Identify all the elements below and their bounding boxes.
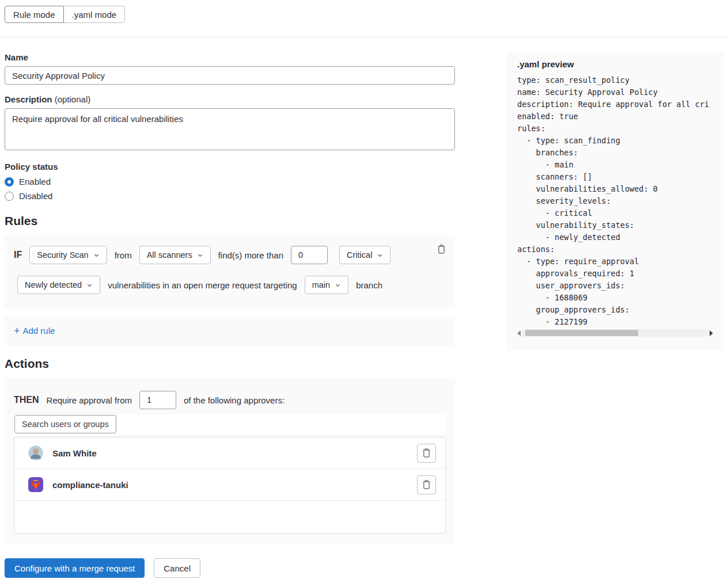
scanners-dropdown[interactable]: All scanners [139, 246, 211, 264]
description-input[interactable]: Require approval for all critical vulner… [5, 108, 455, 150]
remove-approver-button[interactable] [417, 475, 436, 494]
chevron-down-icon [197, 252, 203, 258]
description-label-text: Description [5, 94, 52, 104]
header-divider [0, 37, 728, 37]
tab-rule-mode[interactable]: Rule mode [5, 6, 64, 23]
trash-icon [422, 479, 431, 490]
user-avatar [28, 445, 43, 460]
branch-dropdown[interactable]: main [305, 276, 348, 294]
add-rule-strip: + Add rule [5, 316, 455, 345]
add-rule-label: Add rule [23, 326, 55, 336]
radio-enabled-dot[interactable] [5, 177, 14, 186]
approvals-required-input[interactable] [139, 391, 176, 409]
radio-enabled-label: Enabled [19, 177, 51, 186]
approver-row: Sam White [14, 437, 445, 469]
approver-search-input[interactable]: Search users or groups [14, 415, 116, 433]
yaml-preview-title: .yaml preview [517, 59, 713, 69]
yaml-preview-panel: .yaml preview type: scan_result_policy n… [507, 52, 723, 351]
policy-editor-page: Rule mode .yaml mode Name Description (o… [0, 0, 728, 578]
name-label: Name [5, 52, 455, 62]
scrollbar-track[interactable] [522, 329, 708, 337]
approver-row: compliance-tanuki [14, 469, 445, 501]
scanners-value: All scanners [147, 250, 192, 260]
scan-type-value: Security Scan [37, 250, 88, 260]
rules-heading: Rules [5, 214, 455, 228]
approver-search-strip: Search users or groups [14, 414, 446, 434]
severity-value: Critical [347, 250, 372, 260]
branch-value: main [312, 280, 330, 290]
chevron-down-icon [86, 282, 93, 288]
vulnerability-state-dropdown[interactable]: Newly detected [17, 276, 100, 294]
targeting-label: vulnerabilities in an open merge request… [108, 280, 297, 290]
yaml-horizontal-scrollbar[interactable] [517, 329, 713, 337]
remove-approver-button[interactable] [417, 444, 436, 463]
require-approval-label: Require approval from [47, 395, 132, 405]
scrollbar-left-arrow-icon[interactable] [517, 330, 521, 336]
policy-status-label: Policy status [5, 162, 455, 172]
group-avatar [28, 477, 43, 492]
vulnerability-state-value: Newly detected [25, 280, 82, 290]
actions-heading: Actions [5, 357, 455, 371]
then-keyword: THEN [14, 395, 39, 405]
plus-icon: + [14, 326, 20, 336]
scan-type-dropdown[interactable]: Security Scan [29, 246, 107, 264]
approvers-list: Sam White [14, 437, 446, 534]
radio-disabled[interactable]: Disabled [5, 191, 455, 201]
delete-rule-button[interactable] [432, 240, 450, 258]
name-input[interactable] [5, 66, 455, 85]
form-footer: Configure with a merge request Cancel [5, 558, 455, 578]
if-keyword: IF [14, 250, 22, 260]
actions-card: THEN Require approval from of the follow… [5, 378, 455, 543]
configure-merge-request-button[interactable]: Configure with a merge request [5, 558, 145, 578]
add-rule-button[interactable]: + Add rule [14, 326, 55, 336]
radio-disabled-dot[interactable] [5, 192, 14, 201]
from-label: from [115, 250, 132, 260]
cancel-button[interactable]: Cancel [154, 558, 200, 578]
description-label: Description (optional) [5, 94, 455, 104]
yaml-preview-code: type: scan_result_policy name: Security … [517, 74, 713, 328]
chevron-down-icon [93, 252, 100, 258]
rule-card: IF Security Scan from All scanners find(… [5, 235, 455, 308]
radio-disabled-label: Disabled [19, 191, 52, 201]
trash-icon [422, 448, 431, 458]
scrollbar-right-arrow-icon[interactable] [710, 330, 713, 336]
vulnerabilities-allowed-input[interactable] [291, 246, 328, 264]
trash-icon [437, 244, 446, 254]
severity-dropdown[interactable]: Critical [339, 246, 390, 264]
policy-form: Name Description (optional) Require appr… [5, 52, 455, 578]
chevron-down-icon [335, 282, 341, 288]
approver-name: Sam White [52, 448, 417, 458]
finds-label: find(s) more than [218, 250, 283, 260]
description-optional-hint: (optional) [55, 94, 91, 104]
approver-name: compliance-tanuki [52, 480, 417, 490]
approvers-suffix-label: of the following approvers: [184, 395, 285, 405]
branch-suffix-label: branch [356, 280, 382, 290]
chevron-down-icon [377, 252, 383, 258]
tab-yaml-mode[interactable]: .yaml mode [63, 6, 126, 23]
mode-tab-group: Rule mode .yaml mode [5, 6, 125, 23]
radio-enabled[interactable]: Enabled [5, 177, 455, 186]
scrollbar-thumb[interactable] [525, 330, 638, 336]
